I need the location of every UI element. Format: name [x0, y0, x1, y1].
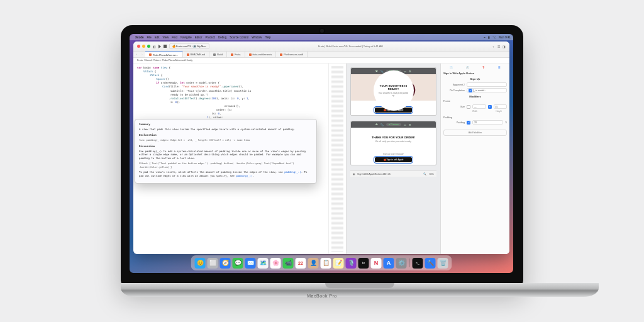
dock-appstore[interactable]: A	[384, 258, 394, 269]
tab-preferences-swift[interactable]: Preferences.swift	[276, 52, 308, 57]
dock-photos[interactable]: 🌸	[270, 258, 281, 269]
dock-facetime[interactable]: 📹	[283, 258, 294, 269]
dock-settings[interactable]: ⚙️	[396, 258, 407, 269]
crumb[interactable]: Fruta	[137, 59, 143, 62]
nav-fwd-icon[interactable]: ›	[139, 53, 145, 56]
device-icon[interactable]: ▭	[404, 70, 406, 73]
dock-launchpad[interactable]: ⬜	[208, 258, 218, 269]
settings-icon[interactable]: ⚙	[409, 70, 411, 73]
dock-reminders[interactable]: 📋	[321, 258, 331, 269]
preview-2[interactable]: ⏻ 📎 ● Preview ▭ ⚙ THANK YOU FOR YOUR ORD…	[350, 121, 436, 165]
swift-file-icon	[280, 53, 282, 56]
menu-help[interactable]: Help	[265, 36, 270, 39]
tab-bar: ‹ › OrderPlacedView.sw…README.mdBuildFru…	[133, 52, 509, 58]
tab-orderplacedview-sw-[interactable]: OrderPlacedView.sw…	[145, 52, 183, 57]
dock-news[interactable]: N	[371, 258, 382, 269]
add-modifier-button[interactable]: Add Modifier	[443, 130, 507, 136]
popover-link-1[interactable]: padding(_:)	[284, 170, 301, 174]
plus-icon[interactable]: ＋	[492, 45, 495, 48]
menu-edit[interactable]: Edit	[155, 36, 160, 39]
dock-messages[interactable]: 💬	[233, 258, 243, 269]
library-icon[interactable]: ☰	[497, 45, 500, 48]
file-inspector-icon[interactable]: 📄	[450, 66, 453, 69]
device-icon[interactable]: ▭	[404, 123, 406, 126]
close-icon[interactable]	[137, 45, 140, 48]
power-icon[interactable]: ⏻	[375, 70, 378, 72]
zoom-icon[interactable]	[147, 45, 150, 48]
source-editor[interactable]: Summary A view that pads this view insid…	[133, 64, 328, 254]
crumb[interactable]: Shared	[143, 59, 152, 62]
sign-in-apple-button[interactable]: 🍎 Sign in with Apple	[375, 157, 413, 162]
preview-1[interactable]: ⏻ 📎 ● Preview ▭ ⚙ YOUR SMOOTHIE IS READY…	[350, 67, 436, 116]
dock-mail[interactable]: ✉️	[245, 258, 256, 269]
crumb[interactable]: body	[186, 59, 193, 62]
nav-back-icon[interactable]: ‹	[133, 53, 139, 56]
jump-bar[interactable]: FrutaSharedOrdersOrderPlacedView.swiftbo…	[133, 58, 509, 64]
canvas-zoom[interactable]: 55%	[429, 173, 434, 175]
dock-trash[interactable]: 🗑️	[438, 258, 448, 269]
inspector-toggle-icon[interactable]: ◨	[502, 45, 506, 48]
arg2-field[interactable]	[467, 82, 507, 87]
menu-view[interactable]: View	[163, 36, 169, 39]
menubar-app[interactable]: Xcode	[135, 36, 144, 39]
preview-live-button[interactable]: ● Preview	[386, 123, 401, 126]
width-field[interactable]: —	[472, 104, 486, 109]
menu-find[interactable]: Find	[172, 36, 177, 39]
oncompletion-check[interactable]: ✓	[469, 89, 472, 92]
frame-heading: Frame	[443, 100, 507, 103]
dock-finder[interactable]: 😊	[195, 258, 206, 269]
tab-build[interactable]: Build	[209, 52, 227, 57]
help-inspector-icon[interactable]: ❓	[482, 66, 485, 69]
crumb[interactable]: Orders	[152, 59, 160, 62]
dock-contacts[interactable]: 👤	[308, 258, 319, 269]
padding-check[interactable]: ✓	[467, 121, 470, 125]
control-center-icon[interactable]: ⌥	[492, 36, 496, 39]
canvas-inspect-icon[interactable]: ◉	[353, 172, 355, 175]
stepper-icon[interactable]: ⇅	[505, 121, 507, 124]
dock-tv[interactable]: tv	[358, 258, 369, 269]
popover-link-2[interactable]: padding(_:)	[236, 174, 253, 177]
preview-toolbar[interactable]: ⏻ 📎 ● Preview ▭ ⚙	[351, 121, 436, 128]
height-check[interactable]: ✓	[488, 105, 492, 109]
menu-product[interactable]: Product	[206, 36, 216, 39]
dock-podcasts[interactable]: 🎙️	[346, 258, 357, 269]
pin-icon[interactable]: 📎	[380, 70, 384, 73]
minimize-icon[interactable]	[142, 45, 145, 48]
pin-icon[interactable]: 📎	[380, 123, 384, 126]
oncompletion-field[interactable]: ✓ {_ in model…	[467, 88, 507, 92]
stop-button[interactable]	[164, 45, 167, 48]
dock-safari[interactable]: 🧭	[220, 258, 231, 269]
width-check[interactable]	[467, 105, 470, 109]
scheme-selector[interactable]: 🍊 Fruta macOS › 💻 My Mac	[169, 43, 209, 49]
menu-window[interactable]: Window	[252, 36, 262, 39]
padding-field[interactable]: 20	[472, 120, 503, 125]
dock-xcode[interactable]: 🔨	[425, 258, 436, 269]
power-icon[interactable]: ⏻	[375, 123, 378, 126]
wifi-icon[interactable]: ⌁	[484, 36, 486, 39]
settings-icon[interactable]: ⚙	[409, 123, 411, 126]
sidebar-toggle-icon[interactable]: ◧	[153, 45, 156, 48]
tab-fruta-entitlements[interactable]: fruta.entitlements	[245, 52, 277, 57]
menu-source-control[interactable]: Source Control	[230, 36, 248, 39]
dock-notes[interactable]: 📝	[333, 258, 344, 269]
clock[interactable]: Mon 9:41	[499, 36, 511, 39]
dock-terminal[interactable]: >_	[413, 258, 423, 269]
menu-editor[interactable]: Editor	[195, 36, 203, 39]
tab-fruta[interactable]: Fruta	[227, 52, 245, 57]
traffic-lights[interactable]	[137, 45, 150, 48]
minimap[interactable]	[328, 64, 346, 254]
attrs-inspector-icon[interactable]: ☰	[498, 66, 501, 69]
height-field[interactable]: 45	[494, 104, 508, 109]
menu-debug[interactable]: Debug	[218, 36, 226, 39]
dock-maps[interactable]: 🗺️	[258, 258, 269, 269]
menu-navigate[interactable]: Navigate	[180, 36, 192, 39]
menu-file[interactable]: File	[147, 36, 152, 39]
tab-readme-md[interactable]: README.md	[183, 52, 210, 57]
dock-calendar[interactable]: 22	[296, 258, 306, 269]
battery-icon[interactable]: ▮	[488, 36, 490, 39]
canvas-zoom-out[interactable]: 🔍	[423, 172, 426, 175]
run-button[interactable]	[158, 45, 161, 48]
crumb[interactable]: OrderPlacedView.swift	[160, 59, 186, 62]
history-inspector-icon[interactable]: 🕘	[466, 66, 469, 69]
height-sublabel: Height	[491, 110, 507, 113]
